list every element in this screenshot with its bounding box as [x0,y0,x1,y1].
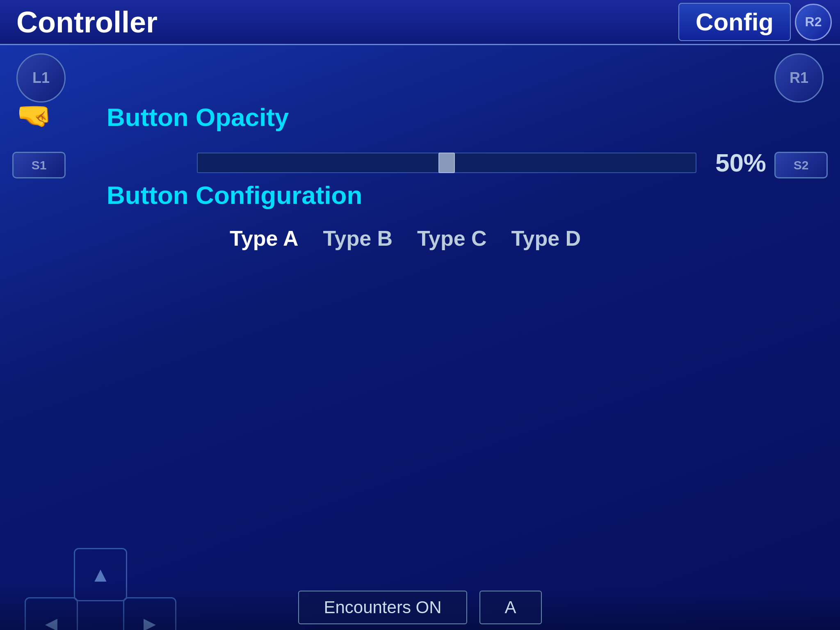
slider-fill [198,153,447,172]
l1-button[interactable]: L1 [16,53,66,103]
type-d-option[interactable]: Type D [511,226,581,251]
hand-icon: 🤜 [16,98,52,132]
slider-thumb[interactable] [438,153,455,173]
config-section: Button Configuration Type A Type B Type … [74,180,766,251]
bottom-bar: Encounters ON A [0,585,840,630]
config-title: Button Configuration [74,180,766,210]
opacity-value: 50% [709,148,766,177]
type-b-option[interactable]: Type B [323,226,393,251]
encounters-button[interactable]: Encounters ON [298,591,467,624]
opacity-slider[interactable] [197,153,696,173]
button-types: Type A Type B Type C Type D [74,226,766,251]
r2-button[interactable]: R2 [795,4,832,41]
s1-button[interactable]: S1 [12,152,66,178]
s2-button[interactable]: S2 [774,152,828,178]
header-config-area: Config R2 [678,3,832,41]
type-c-option[interactable]: Type C [417,226,487,251]
r1-button[interactable]: R1 [774,53,824,103]
slider-row: 50% [74,148,766,177]
a-bottom-button[interactable]: A [479,591,542,624]
header: Controller Config R2 [0,0,840,45]
main-content: L1 R1 S1 S2 🤜 Button Opacity 50% Button … [0,45,840,630]
opacity-section: Button Opacity 50% [74,103,766,177]
type-a-option[interactable]: Type A [230,226,299,251]
opacity-title: Button Opacity [74,103,766,132]
page-title: Controller [8,5,678,39]
config-label[interactable]: Config [678,3,791,41]
